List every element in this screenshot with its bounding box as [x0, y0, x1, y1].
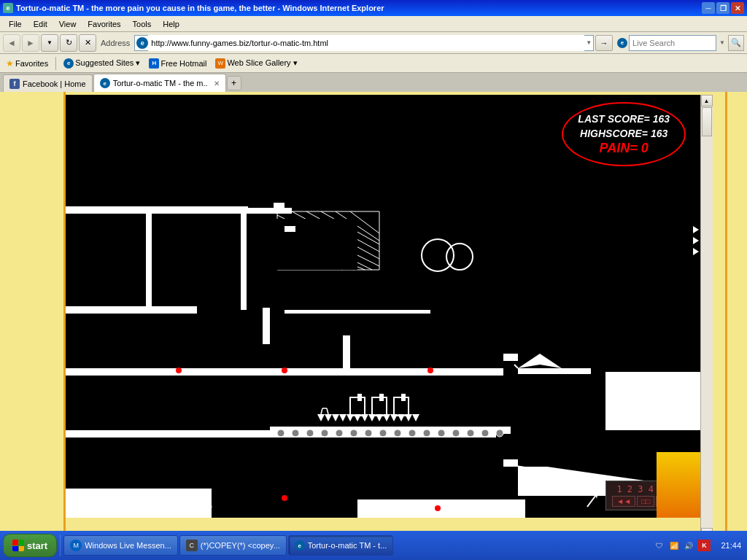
start-button[interactable]: start: [3, 534, 57, 557]
scroll-thumb[interactable]: [702, 107, 712, 136]
svg-point-50: [467, 429, 474, 437]
taskbar-copey[interactable]: C (*)COPEY(*) <copey...: [179, 535, 287, 556]
svg-point-45: [394, 429, 401, 437]
svg-point-48: [438, 429, 445, 437]
scroll-up-arrow[interactable]: ▲: [701, 95, 713, 106]
address-label: Address: [98, 39, 133, 47]
suggested-label: Suggested Sites ▾: [75, 58, 140, 68]
hotmail-icon: H: [149, 58, 159, 69]
rewind-button[interactable]: ◄◄: [612, 496, 635, 507]
address-dropdown[interactable]: ▼: [584, 39, 593, 46]
menu-view[interactable]: View: [53, 18, 82, 30]
address-input[interactable]: [148, 35, 584, 51]
refresh-button[interactable]: ↻: [60, 34, 77, 52]
favorites-star-icon: ★: [6, 58, 14, 69]
svg-point-100: [422, 239, 454, 271]
svg-point-91: [282, 368, 287, 373]
browser-content: LAST SCORE= 163 HIGHSCORE= 163 PAIN= 0 1…: [0, 92, 747, 540]
svg-line-120: [514, 365, 518, 368]
taskbar-right: 🛡 📶 🔊 K 21:44: [649, 540, 744, 551]
start-label: start: [27, 540, 47, 551]
tab-game[interactable]: e Tortur-o-matic TM - the m... ✕: [93, 74, 226, 92]
menu-file[interactable]: File: [3, 18, 28, 30]
svg-rect-36: [270, 427, 511, 434]
search-go-button[interactable]: 🔍: [728, 35, 744, 51]
svg-marker-32: [605, 372, 700, 430]
web-slice-item[interactable]: W Web Slice Gallery ▾: [212, 57, 300, 70]
svg-rect-16: [66, 206, 248, 214]
svg-point-52: [496, 429, 503, 437]
game-area-wrapper: LAST SCORE= 163 HIGHSCORE= 163 PAIN= 0 1…: [66, 92, 725, 540]
stop-button-game[interactable]: □□: [637, 496, 654, 507]
svg-rect-33: [66, 376, 153, 430]
minimize-button[interactable]: ─: [702, 2, 715, 14]
search-container: e ▼ 🔍: [617, 35, 744, 51]
svg-point-49: [452, 429, 460, 437]
title-bar-left: e Tortur-o-matic TM - the more pain you …: [3, 3, 384, 13]
tab-facebook-label: Facebook | Home: [23, 79, 86, 88]
suggested-sites-item[interactable]: e Suggested Sites ▾: [61, 57, 143, 70]
menu-edit[interactable]: Edit: [28, 18, 53, 30]
right-margin: [725, 92, 747, 540]
score-overlay: LAST SCORE= 163 HIGHSCORE= 163 PAIN= 0: [562, 102, 686, 166]
game-tab-icon: e: [100, 78, 110, 88]
go-button[interactable]: →: [595, 35, 613, 51]
favorites-bar: ★ Favorites e Suggested Sites ▾ H Free H…: [0, 54, 747, 73]
favorites-label: Favorites: [15, 59, 48, 68]
menu-tools[interactable]: Tools: [127, 18, 158, 30]
svg-rect-26: [241, 208, 247, 310]
tab-facebook[interactable]: f Facebook | Home: [3, 74, 93, 92]
svg-point-37: [277, 429, 285, 437]
game-canvas[interactable]: LAST SCORE= 163 HIGHSCORE= 163 PAIN= 0 1…: [66, 95, 700, 518]
windows-logo: [12, 540, 24, 551]
svg-point-42: [350, 429, 357, 437]
svg-rect-114: [357, 394, 362, 401]
svg-point-46: [409, 429, 416, 437]
address-ie-icon: e: [136, 37, 148, 49]
svg-point-51: [481, 429, 489, 437]
tab-game-close[interactable]: ✕: [214, 79, 220, 88]
restore-button[interactable]: ❐: [716, 2, 729, 14]
svg-rect-35: [241, 386, 445, 430]
search-dropdown[interactable]: ▼: [718, 39, 727, 46]
nav-dropdown[interactable]: ▼: [41, 34, 58, 52]
stop-button[interactable]: ✕: [79, 34, 96, 52]
free-hotmail-item[interactable]: H Free Hotmail: [146, 57, 209, 70]
fav-separator-1: [55, 57, 56, 70]
new-tab-button[interactable]: +: [227, 76, 241, 90]
menu-bar: File Edit View Favorites Tools Help: [0, 16, 747, 32]
svg-rect-28: [292, 314, 430, 361]
search-input[interactable]: [629, 35, 716, 51]
taskbar: start M Windows Live Messen... C (*)COPE…: [0, 531, 747, 560]
tray-antivirus-icon: 🛡: [654, 540, 665, 551]
web-slice-icon: W: [215, 58, 225, 69]
yellow-orange-block: [657, 452, 700, 518]
title-bar: e Tortur-o-matic TM - the more pain you …: [0, 0, 747, 16]
svg-rect-34: [168, 376, 226, 430]
ie-game-label: Tortur-o-matic TM - t...: [308, 541, 387, 550]
ie-taskbar-icon: e: [295, 540, 305, 551]
nav-bar: ◄ ► ▼ ↻ ✕ Address e ▼ → e ▼ 🔍: [0, 32, 747, 54]
svg-rect-55: [66, 438, 248, 489]
web-slice-label: Web Slice Gallery ▾: [227, 58, 297, 68]
search-live-icon: e: [617, 38, 627, 48]
svg-rect-53: [270, 441, 481, 485]
svg-point-90: [176, 368, 182, 373]
favorites-button[interactable]: ★ Favorites: [3, 57, 51, 70]
menu-help[interactable]: Help: [157, 18, 185, 30]
last-score-text: LAST SCORE= 163: [578, 112, 670, 127]
svg-marker-58: [357, 499, 525, 518]
svg-rect-15: [518, 241, 700, 270]
scroll-track[interactable]: [701, 106, 713, 528]
vertical-scrollbar[interactable]: ▲ ▼: [700, 95, 712, 540]
taskbar-live-messenger[interactable]: M Windows Live Messen...: [63, 535, 178, 556]
svg-point-101: [446, 244, 473, 270]
tray-volume-icon: 🔊: [683, 540, 694, 551]
svg-point-40: [321, 429, 328, 437]
close-button[interactable]: ✕: [731, 2, 744, 14]
menu-favorites[interactable]: Favorites: [82, 18, 126, 30]
back-button[interactable]: ◄: [3, 34, 20, 52]
forward-button[interactable]: ►: [22, 34, 39, 52]
taskbar-ie-game[interactable]: e Tortur-o-matic TM - t...: [288, 535, 394, 556]
svg-point-43: [365, 429, 372, 437]
